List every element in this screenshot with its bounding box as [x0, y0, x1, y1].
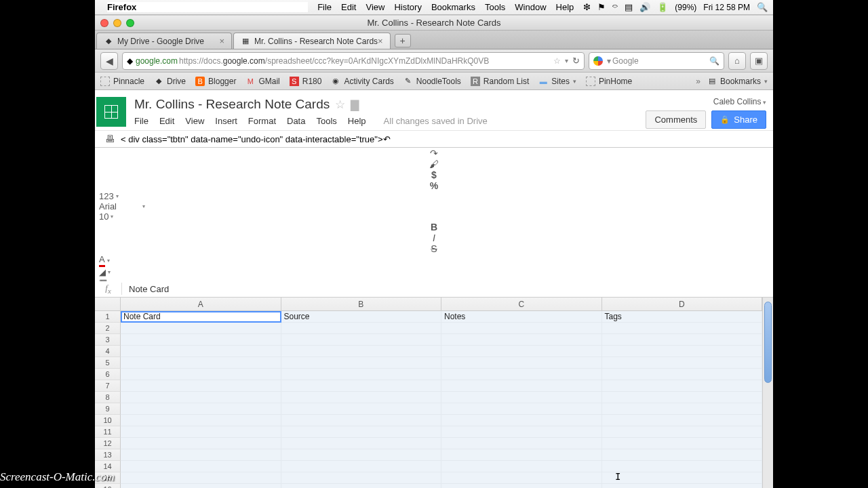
row-header[interactable]: 16 [95, 484, 121, 489]
formula-value[interactable]: Note Card [122, 284, 176, 294]
cell[interactable] [281, 334, 442, 346]
fill-color-dropdown[interactable]: ◢▾ [95, 267, 773, 277]
bookmark-item[interactable]: ✎NoodleTools [403, 77, 461, 86]
cell[interactable] [121, 334, 281, 346]
redo-icon[interactable]: ↷ [95, 148, 773, 159]
menu-help[interactable]: Help [348, 116, 366, 126]
menu-data[interactable]: Data [287, 116, 305, 126]
cell[interactable]: Source [281, 311, 442, 323]
cell[interactable] [121, 323, 281, 334]
bookmark-item[interactable]: ◆Drive [154, 77, 186, 86]
cell[interactable] [602, 369, 763, 380]
number-format-dropdown[interactable]: 123▾ [95, 191, 773, 201]
menu-format[interactable]: Format [248, 116, 276, 126]
bookmark-folder[interactable]: ▬Sites [538, 77, 576, 86]
row-header[interactable]: 1 [95, 311, 121, 323]
cell[interactable] [121, 380, 281, 392]
dropdown-icon[interactable]: ▾ [565, 57, 568, 64]
bookmark-item[interactable]: PinHome [586, 77, 632, 86]
cell[interactable] [121, 449, 281, 461]
currency-icon[interactable]: $ [95, 169, 773, 180]
row-header[interactable]: 7 [95, 380, 121, 392]
cell[interactable] [281, 392, 442, 403]
cell[interactable] [281, 461, 442, 472]
bookmark-item[interactable]: Pinnacle [100, 77, 144, 86]
cell[interactable] [121, 438, 281, 449]
cell[interactable] [441, 369, 602, 380]
cell[interactable] [441, 438, 602, 449]
row-header[interactable]: 12 [95, 438, 121, 449]
bookmarks-menu[interactable]: ▤Bookmarks [707, 77, 768, 86]
cell[interactable] [121, 426, 281, 438]
cell[interactable] [441, 392, 602, 403]
cell[interactable] [441, 346, 602, 357]
cell[interactable] [441, 334, 602, 346]
font-size-dropdown[interactable]: 10▾ [95, 211, 119, 222]
display-icon[interactable]: ▤ [625, 2, 633, 12]
battery-icon[interactable]: 🔋 [657, 2, 668, 12]
back-button[interactable]: ◀ [100, 52, 118, 70]
bookmark-item[interactable]: MGMail [245, 77, 279, 86]
browser-tab-active[interactable]: ▦ Mr. Collins - Research Note Cards × [233, 33, 391, 49]
cell[interactable] [441, 461, 602, 472]
browser-tab[interactable]: ◆ My Drive - Google Drive × [96, 33, 232, 49]
move-folder-icon[interactable]: ▇ [351, 98, 359, 111]
cell[interactable] [441, 323, 602, 334]
share-button[interactable]: 🔒Share [711, 110, 766, 129]
search-icon[interactable]: 🔍 [709, 56, 719, 66]
cell[interactable] [281, 449, 442, 461]
cell[interactable] [121, 403, 281, 415]
cell[interactable] [281, 323, 442, 334]
cell[interactable] [281, 380, 442, 392]
bookmark-item[interactable]: ◉Activity Cards [331, 77, 393, 86]
percent-icon[interactable]: % [95, 180, 773, 191]
cell[interactable] [441, 380, 602, 392]
cell[interactable] [441, 472, 602, 484]
cell[interactable] [121, 369, 281, 380]
cell[interactable] [441, 426, 602, 438]
account-menu[interactable]: Caleb Collins [713, 97, 766, 106]
column-header[interactable]: C [441, 298, 602, 310]
cell[interactable] [281, 346, 442, 357]
menu-file[interactable]: File [134, 116, 149, 126]
mac-menu-edit[interactable]: Edit [341, 2, 356, 12]
new-tab-button[interactable]: + [395, 34, 411, 47]
row-header[interactable]: 8 [95, 392, 121, 403]
cell[interactable] [602, 392, 763, 403]
cell[interactable] [602, 449, 763, 461]
cell[interactable] [602, 472, 763, 484]
cell[interactable] [441, 484, 602, 489]
column-header[interactable]: A [121, 298, 281, 310]
cell[interactable] [602, 334, 763, 346]
cell[interactable] [121, 472, 281, 484]
cell[interactable] [281, 403, 442, 415]
row-header[interactable]: 11 [95, 426, 121, 438]
row-header[interactable]: 9 [95, 403, 121, 415]
bookmark-star-icon[interactable]: ☆ [553, 56, 561, 66]
select-all-corner[interactable] [95, 298, 121, 310]
mac-menu-view[interactable]: View [366, 2, 384, 12]
strikethrough-icon[interactable]: S [95, 243, 773, 254]
wifi-icon[interactable]: ⌔ [612, 2, 618, 12]
column-header[interactable]: D [602, 298, 763, 310]
row-header[interactable]: 3 [95, 334, 121, 346]
text-color-dropdown[interactable]: A▾ [95, 254, 773, 267]
home-button[interactable]: ⌂ [728, 52, 746, 70]
row-header[interactable]: 4 [95, 346, 121, 357]
menu-view[interactable]: View [185, 116, 204, 126]
app-name[interactable]: Firefox [107, 2, 308, 12]
mac-menu-history[interactable]: History [394, 2, 421, 12]
tab-close-icon[interactable]: × [219, 36, 224, 46]
bookmark-item[interactable]: SR180 [290, 77, 322, 86]
clock[interactable]: Fri 12 58 PM [703, 3, 750, 12]
bookmark-item[interactable]: RRandom List [471, 77, 529, 86]
mac-menu-window[interactable]: Window [515, 2, 546, 12]
paint-format-icon[interactable]: 🖌 [95, 159, 773, 169]
cell[interactable] [602, 438, 763, 449]
sheets-logo-icon[interactable] [96, 97, 126, 127]
cell[interactable] [441, 403, 602, 415]
bold-icon[interactable]: B [95, 222, 773, 232]
cell[interactable] [121, 357, 281, 369]
cell[interactable] [602, 357, 763, 369]
cell[interactable] [602, 461, 763, 472]
